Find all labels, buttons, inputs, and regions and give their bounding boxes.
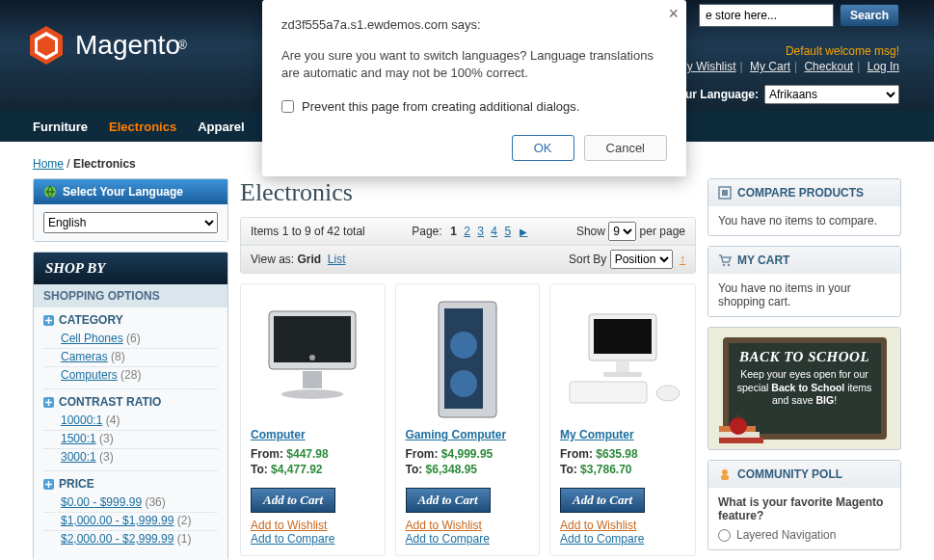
filter-computers[interactable]: Computers (61, 368, 118, 382)
dialog-suppress[interactable]: Prevent this page from creating addition… (281, 99, 667, 114)
promo-back-to-school[interactable]: BACK TO SCHOOL Keep your eyes open for o… (707, 327, 901, 450)
logo[interactable]: Magento® (27, 24, 187, 67)
filter-1500-1[interactable]: 1500:1 (61, 432, 96, 445)
product-image[interactable] (406, 294, 530, 424)
product-name[interactable]: Computer (251, 428, 375, 441)
add-to-wishlist[interactable]: Add to Wishlist (406, 519, 530, 532)
shop-by-header: SHOP BY (34, 253, 227, 284)
breadcrumb-home[interactable]: Home (33, 157, 64, 171)
cancel-button[interactable]: Cancel (584, 135, 667, 161)
filter-3000-1[interactable]: 3000:1 (61, 450, 96, 464)
page-title: Electronics (240, 178, 696, 207)
filter-group-contrast-ratio: CONTRAST RATIO (43, 389, 218, 413)
product-image[interactable] (560, 294, 685, 424)
close-icon[interactable]: × (668, 4, 679, 24)
add-to-wishlist[interactable]: Add to Wishlist (251, 519, 375, 532)
dialog-message: Are you sure you want to switch language… (281, 47, 667, 82)
block-select-language: Select Your Language English (33, 178, 228, 242)
svg-rect-23 (722, 190, 728, 196)
block-compare: COMPARE PRODUCTS You have no items to co… (707, 178, 901, 236)
filter-price-1000-1999[interactable]: $1,000.00 - $1,999.99 (61, 514, 173, 527)
logo-reg: ® (178, 39, 187, 52)
ok-button[interactable]: OK (512, 135, 574, 161)
view-list[interactable]: List (328, 253, 346, 266)
nav-apparel[interactable]: Apparel (198, 120, 244, 134)
price-from: $635.98 (596, 447, 637, 461)
price-from: $4,999.95 (441, 447, 493, 461)
add-to-compare[interactable]: Add to Compare (560, 532, 685, 546)
breadcrumb-current: Electronics (73, 157, 136, 171)
pager-2[interactable]: 2 (464, 225, 470, 238)
sort-select[interactable]: Position (610, 250, 673, 269)
view-grid: Grid (297, 253, 321, 266)
block-select-language-header: Select Your Language (34, 179, 227, 204)
pager-5[interactable]: 5 (504, 225, 511, 238)
svg-point-31 (722, 469, 728, 475)
poll-option[interactable]: Layered Navigation (718, 528, 891, 542)
filter-price-2000-2999[interactable]: $2,000.00 - $2,999.99 (61, 532, 173, 546)
poll-radio[interactable] (718, 529, 731, 542)
header-language-switcher: ur Language: Afrikaans (685, 85, 899, 104)
search-input[interactable] (699, 4, 834, 27)
left-column: Select Your Language English SHOP BY SHO… (33, 178, 228, 560)
plus-icon (43, 397, 54, 408)
link-my-cart[interactable]: My Cart (750, 60, 790, 73)
cart-empty: You have no items in your shopping cart. (708, 274, 900, 316)
add-to-cart-button[interactable]: Add to Cart (406, 488, 491, 513)
add-to-cart-button[interactable]: Add to Cart (560, 488, 645, 513)
pager-current: 1 (450, 225, 457, 238)
compare-icon (718, 186, 732, 200)
price-to: $3,786.70 (580, 463, 631, 476)
left-language-select[interactable]: English (43, 212, 218, 233)
right-column: COMPARE PRODUCTS You have no items to co… (707, 178, 901, 560)
block-shop-by: SHOP BY SHOPPING OPTIONS CATEGORY Cell P… (33, 252, 228, 560)
filter-price-0-999[interactable]: $0.00 - $999.99 (61, 495, 142, 509)
apple-icon (727, 413, 750, 436)
filter-cell-phones[interactable]: Cell Phones (61, 332, 123, 345)
product-name[interactable]: My Computer (560, 428, 685, 441)
dialog-host: zd3f555a7a.s1.ewdemos.com says: (281, 17, 667, 32)
svg-rect-19 (603, 372, 642, 377)
sorter: Sort By Position ↑ (569, 250, 685, 269)
product-image[interactable] (251, 294, 375, 424)
filter-group-category: CATEGORY (43, 307, 218, 331)
svg-point-15 (450, 370, 477, 397)
add-to-wishlist[interactable]: Add to Wishlist (560, 519, 685, 532)
pager-next-icon[interactable]: ▶ (520, 227, 527, 237)
toolbar: Items 1 to 9 of 42 total Page: 1 2 3 4 5… (240, 217, 696, 274)
globe-icon (43, 185, 57, 199)
filter-group-price: PRICE (43, 471, 218, 494)
block-poll: COMMUNITY POLL What is your favorite Mag… (707, 460, 901, 550)
search-button[interactable]: Search (840, 4, 899, 27)
header-language-select[interactable]: Afrikaans (764, 85, 899, 104)
limiter-select[interactable]: 9 (608, 222, 636, 241)
add-to-cart-button[interactable]: Add to Cart (251, 488, 335, 513)
link-login[interactable]: Log In (867, 60, 899, 73)
svg-point-24 (723, 264, 725, 266)
svg-point-21 (656, 386, 680, 401)
filter-10000-1[interactable]: 10000:1 (61, 413, 102, 427)
pager-3[interactable]: 3 (477, 225, 484, 238)
svg-rect-18 (616, 360, 629, 372)
pager-4[interactable]: 4 (491, 225, 497, 238)
svg-rect-17 (594, 319, 652, 354)
shopping-options-subheader: SHOPPING OPTIONS (34, 284, 227, 307)
add-to-compare[interactable]: Add to Compare (251, 532, 375, 546)
magento-logo-icon (27, 24, 66, 67)
svg-rect-26 (719, 438, 763, 443)
promo-copy: Keep your eyes open for our special Back… (736, 368, 873, 408)
add-to-compare[interactable]: Add to Compare (406, 532, 530, 546)
sort-direction-icon[interactable]: ↑ (680, 253, 685, 266)
product-name[interactable]: Gaming Computer (406, 428, 530, 441)
nav-furniture[interactable]: Furniture (33, 120, 88, 134)
svg-rect-30 (737, 414, 739, 419)
search-form: Search (699, 4, 899, 27)
filter-cameras[interactable]: Cameras (61, 350, 108, 363)
poll-question: What is your favorite Magento feature? (718, 495, 891, 522)
link-checkout[interactable]: Checkout (804, 60, 853, 73)
compare-empty: You have no items to compare. (708, 206, 900, 235)
view-mode: View as: Grid List (251, 253, 346, 266)
promo-title: BACK TO SCHOOL (736, 349, 873, 365)
dialog-suppress-checkbox[interactable] (281, 100, 294, 113)
nav-electronics[interactable]: Electronics (109, 120, 176, 134)
